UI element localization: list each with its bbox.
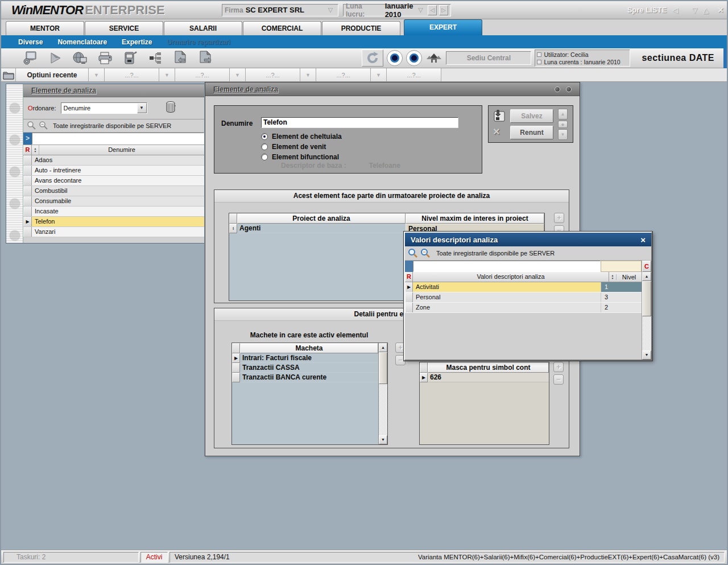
project-add-button[interactable]: +	[554, 213, 564, 223]
popup-filter-level-cell[interactable]	[601, 261, 642, 272]
masca-row[interactable]: ▶ 626	[420, 373, 549, 382]
column-macheta[interactable]: Macheta	[240, 343, 378, 353]
list-item-selected[interactable]: ▶Telefon	[23, 217, 204, 227]
window-roll-up-icon[interactable]: △	[703, 6, 709, 14]
machete-row[interactable]: Tranzactii BANCA curente	[232, 373, 378, 382]
active-indicator[interactable]: Activi	[140, 552, 168, 563]
tab-mentor[interactable]: MENTOR	[6, 21, 84, 35]
tab-salarii[interactable]: SALARII	[164, 21, 242, 35]
search-icon[interactable]	[27, 121, 36, 131]
quick-slot-4[interactable]: ...?...	[316, 68, 371, 81]
nav-locate-button[interactable]: ◆	[558, 121, 568, 128]
quick-slot-1-dropdown-icon[interactable]: ▼	[159, 68, 175, 81]
slot-machine-icon[interactable]	[122, 50, 139, 66]
popup-search-icon[interactable]	[408, 248, 417, 259]
scrollbar-thumb[interactable]	[642, 281, 651, 316]
filter-input[interactable]	[32, 133, 204, 145]
firma-select[interactable]: Firma SC EXPERT SRL ▽	[222, 4, 338, 17]
machete-row[interactable]: Tranzactii CASSA	[232, 363, 378, 373]
column-header-denumire[interactable]: Denumire	[39, 145, 204, 155]
radio-venit[interactable]: Element de venit	[261, 143, 326, 151]
firma-dropdown-icon[interactable]: ▽	[325, 6, 336, 14]
view-toggle-1-icon[interactable]	[387, 50, 403, 66]
printer-icon[interactable]	[97, 50, 114, 66]
list-item[interactable]: Avans decontare	[23, 176, 204, 186]
hierarchy-icon[interactable]	[147, 50, 164, 66]
machete-row[interactable]: ▶ Intrari: Facturi fiscale	[232, 353, 378, 363]
tab-expert[interactable]: EXPERT	[404, 19, 482, 35]
tab-comercial[interactable]: COMERCIAL	[243, 21, 321, 35]
cancel-button[interactable]: Renunt	[510, 126, 553, 139]
view-toggle-2-icon[interactable]	[406, 50, 422, 66]
machete-scrollbar[interactable]: ▲ ▼	[378, 343, 387, 444]
cancel-icon[interactable]: ×	[493, 125, 500, 138]
luna-next-button[interactable]: ▷	[439, 5, 448, 15]
scrollbar-thumb[interactable]	[379, 352, 387, 384]
list-item[interactable]: Vanzari	[23, 227, 204, 237]
menu-diverse[interactable]: Diverse	[18, 38, 43, 46]
window-roll-down-icon[interactable]: ▽	[692, 6, 697, 14]
quick-slot-4-dropdown-icon[interactable]: ▼	[371, 68, 387, 81]
dialog-dot-button-2[interactable]	[566, 86, 572, 92]
recent-dropdown-icon[interactable]: ▼	[89, 68, 105, 81]
workstation-settings-icon[interactable]	[22, 50, 39, 66]
user-checkbox[interactable]	[537, 52, 541, 57]
column-nivel-maxim[interactable]: Nivel maxim de interes in proiect	[406, 213, 544, 224]
ordonare-dropdown-icon[interactable]: ▼	[137, 103, 147, 113]
dialog-title-bar[interactable]: Elemente de analiza	[205, 83, 580, 96]
column-valori[interactable]: Valori descriptori analiza	[413, 272, 609, 282]
popup-scrollbar[interactable]: C ▲ ▼	[642, 261, 651, 360]
sort-icon[interactable]: ▲▼	[609, 274, 617, 280]
popup-row[interactable]: Personal 3	[405, 292, 642, 303]
trash-icon[interactable]	[166, 101, 177, 116]
menu-nomenclatoare[interactable]: Nomenclatoare	[57, 38, 107, 46]
masca-add-button[interactable]: +	[553, 362, 564, 372]
quick-slot-1[interactable]: ...?...	[105, 68, 159, 81]
tab-productie[interactable]: PRODUCTIE	[322, 21, 400, 35]
quick-slot-2-dropdown-icon[interactable]: ▼	[230, 68, 246, 81]
import-document-icon[interactable]	[172, 50, 189, 66]
radio-button-icon[interactable]	[261, 143, 268, 150]
masca-remove-button[interactable]: −	[553, 374, 564, 385]
save-button[interactable]: Salvez	[510, 109, 553, 123]
column-proiect[interactable]: Proiect de analiza	[237, 213, 406, 224]
close-icon[interactable]: ×	[718, 5, 723, 16]
recent-options-button[interactable]: Optiuni recente	[16, 68, 89, 81]
scrollbar-track[interactable]	[379, 384, 387, 435]
search-plus-icon[interactable]	[39, 121, 48, 131]
popup-c-button[interactable]: C	[642, 261, 651, 272]
nav-up-button[interactable]: ▲	[558, 109, 568, 119]
popup-search-plus-icon[interactable]	[420, 248, 430, 259]
project-name-cell[interactable]: Agenti	[237, 224, 406, 233]
folder-icon[interactable]	[1, 68, 16, 81]
scroll-down-icon[interactable]: ▼	[379, 435, 387, 444]
quick-slot-3-dropdown-icon[interactable]: ▼	[300, 68, 316, 81]
luna-dropdown-icon[interactable]: ▽	[416, 6, 426, 14]
denumire-input[interactable]: Telefon	[261, 117, 458, 128]
scroll-up-icon[interactable]: ▲	[642, 272, 651, 281]
play-icon[interactable]	[47, 50, 64, 66]
menu-expertize[interactable]: Expertize	[122, 38, 152, 46]
ordonare-combobox[interactable]: Denumire ▼	[61, 102, 147, 114]
popup-row[interactable]: Zone 2	[405, 303, 642, 313]
popup-row-selected[interactable]: ▶ Activitati 1	[405, 282, 642, 292]
popup-title-bar[interactable]: Valori descriptori analiza ×	[405, 233, 651, 246]
list-item[interactable]: Consumabile	[23, 196, 204, 207]
luna-lucru-select[interactable]: Luna lucru: Ianuarie 2010 ▽ ◁ ▷	[343, 4, 451, 17]
list-item[interactable]: Auto - intretinere	[23, 166, 204, 176]
globe-monitor-icon[interactable]	[72, 50, 89, 66]
quick-slot-3[interactable]: ...?...	[246, 68, 300, 81]
radio-cheltuiala[interactable]: Element de cheltuiala	[261, 133, 342, 141]
refresh-icon[interactable]	[362, 50, 383, 67]
tab-service[interactable]: SERVICE	[85, 21, 163, 35]
list-item[interactable]: Adaos	[23, 155, 204, 166]
radio-button-icon[interactable]	[261, 154, 268, 160]
scroll-up-icon[interactable]: ▲	[379, 343, 387, 352]
save-icon[interactable]	[492, 109, 507, 124]
scroll-down-icon[interactable]: ▼	[642, 350, 651, 360]
sort-icon[interactable]: ▲▼	[32, 145, 39, 155]
dialog-dot-button-1[interactable]	[555, 86, 560, 92]
home-icon[interactable]	[425, 50, 442, 66]
list-item[interactable]: Combustibil	[23, 186, 204, 196]
month-checkbox[interactable]	[537, 60, 541, 64]
